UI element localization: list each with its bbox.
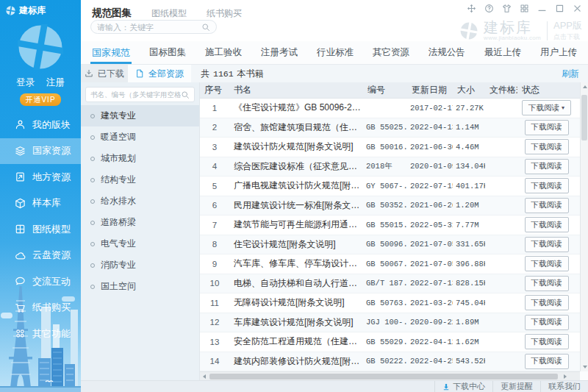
- table-row[interactable]: 12 车库建筑设计规范[附条文说明] JGJ 100-... 2020-09-2…: [200, 313, 580, 333]
- cell-book-name[interactable]: 汽车库、修车库、停车场设计防火规范[附条文说明]: [229, 257, 363, 270]
- cell-book-name[interactable]: 《住宅设计规范》GB 50096-2011局部修订条文及说...: [229, 101, 363, 114]
- table-row[interactable]: 1 《住宅设计规范》GB 50096-2011局部修订条文及说... 2017-…: [200, 99, 580, 118]
- refresh-link[interactable]: 刷新: [562, 68, 579, 80]
- specialty-category-item[interactable]: 给水排水: [81, 190, 199, 212]
- skin-icon[interactable]: [502, 4, 512, 13]
- sidebar-item[interactable]: 我的版块: [0, 112, 81, 138]
- table-row[interactable]: 10 电梯、自动扶梯和自动人行道维修规范 GB/T 187... 2022-07…: [200, 274, 580, 294]
- download-read-button[interactable]: 下载阅读: [525, 295, 569, 310]
- status-bar-link[interactable]: 联系我们: [540, 381, 588, 392]
- table-row[interactable]: 8 住宅设计规范[附条文说明] GB 50096... 2021-07-05 3…: [200, 235, 580, 255]
- download-read-button[interactable]: 下载阅读: [525, 120, 569, 135]
- category-tab[interactable]: 施工验收: [205, 41, 242, 64]
- table-row[interactable]: 7 建筑节能与可再生能源利用通用规范[附条文说明] GB 55015... 20…: [200, 215, 580, 235]
- status-bar-link[interactable]: 下载中心: [434, 381, 492, 392]
- scroll-up-arrow[interactable]: [581, 82, 588, 91]
- cell-book-name[interactable]: 无障碍设计规范[附条文说明]: [229, 296, 363, 309]
- search-icon[interactable]: [181, 90, 190, 99]
- table-row[interactable]: 11 无障碍设计规范[附条文说明] GB 50763... 2021-03-26…: [200, 293, 580, 313]
- download-read-button[interactable]: 下载阅读: [525, 315, 569, 330]
- maximize-icon[interactable]: [555, 4, 564, 13]
- cell-book-name[interactable]: 车库建筑设计规范[附条文说明]: [229, 316, 363, 329]
- filter-search-input[interactable]: [90, 90, 181, 99]
- table-row[interactable]: 3 建筑设计防火规范[附条文说明] GB 50016... 2021-06-30…: [200, 138, 580, 157]
- specialty-category-item[interactable]: 电气专业: [81, 233, 199, 254]
- cell-book-name[interactable]: 安全防范工程通用规范（住建部公开版）: [229, 335, 363, 348]
- download-read-button[interactable]: 下载阅读: [525, 217, 569, 232]
- download-read-button[interactable]: 下载阅读: [525, 256, 569, 271]
- sidebar-item[interactable]: 国家资源: [0, 138, 81, 165]
- module-tab[interactable]: 图纸模型: [151, 7, 187, 20]
- category-tab[interactable]: 最近上传: [484, 41, 521, 64]
- open-vip-button[interactable]: 开通VIP: [20, 93, 61, 106]
- category-tab[interactable]: 注册考试: [261, 41, 298, 64]
- category-tab[interactable]: 法规公告: [429, 41, 465, 64]
- global-search-input[interactable]: [97, 23, 201, 32]
- cell-book-name[interactable]: 电梯、自动扶梯和自动人行道维修规范: [229, 277, 363, 290]
- sidebar-item[interactable]: 图纸模型: [0, 216, 81, 243]
- table-row[interactable]: 2 宿舍、旅馆建筑项目规范（住建部公开版） GB 55025... 2022-0…: [200, 118, 580, 138]
- download-read-button[interactable]: 下载阅读: [525, 237, 569, 252]
- download-read-button[interactable]: 下载阅读 ▾: [522, 100, 571, 115]
- cell-book-name[interactable]: 建筑设计防火规范[附条文说明]: [229, 140, 363, 153]
- global-search-box[interactable]: [90, 20, 217, 34]
- horizontal-scroll-thumb[interactable]: [209, 374, 558, 379]
- download-read-button[interactable]: 下载阅读: [525, 178, 569, 193]
- specialty-category-item[interactable]: 建筑专业: [81, 105, 199, 126]
- table-row[interactable]: 6 民用建筑设计统一标准[附条文说明] GB 50352... 2021-06-…: [200, 196, 580, 216]
- status-bar-link[interactable]: 更新提醒: [492, 381, 540, 392]
- sidebar-item[interactable]: 样本库: [0, 190, 81, 217]
- register-link[interactable]: 注册: [46, 76, 65, 89]
- download-read-button[interactable]: 下载阅读: [525, 334, 569, 349]
- close-icon[interactable]: [573, 4, 582, 13]
- apps-grid-icon[interactable]: [520, 4, 529, 13]
- category-tab[interactable]: 国家规范: [92, 41, 130, 64]
- scroll-right-arrow[interactable]: [561, 372, 570, 380]
- cell-book-name[interactable]: 广播电视建筑设计防火规范[附条文说明]: [229, 179, 363, 192]
- cell-book-name[interactable]: 民用建筑设计统一标准[附条文说明]: [229, 199, 363, 212]
- table-row[interactable]: 4 综合医院建设标准（征求意见稿） 2018年 2020-01-09 134.0…: [200, 157, 580, 177]
- sidebar-item[interactable]: 交流互动: [0, 268, 81, 295]
- horizontal-scrollbar[interactable]: [200, 371, 580, 380]
- cell-book-name[interactable]: 宿舍、旅馆建筑项目规范（住建部公开版）: [229, 121, 363, 134]
- specialty-category-item[interactable]: 国土空间: [81, 276, 199, 297]
- category-tab[interactable]: 行业标准: [317, 41, 354, 64]
- resource-subtab[interactable]: 已下载: [81, 65, 128, 82]
- cell-book-name[interactable]: 建筑节能与可再生能源利用通用规范[附条文说明]: [229, 218, 363, 231]
- table-row[interactable]: 5 广播电视建筑设计防火规范[附条文说明] GY 5067-... 2022-0…: [200, 177, 580, 196]
- vertical-scroll-thumb[interactable]: [581, 95, 587, 140]
- vertical-scrollbar[interactable]: [580, 82, 588, 371]
- table-row[interactable]: 13 安全防范工程通用规范（住建部公开版） GB 55029... 2022-0…: [200, 332, 580, 352]
- sidebar-item[interactable]: 地方资源: [0, 164, 81, 190]
- specialty-category-item[interactable]: 城市规划: [81, 148, 199, 169]
- download-read-button[interactable]: 下载阅读: [525, 276, 569, 291]
- download-read-button[interactable]: 下载阅读: [525, 198, 569, 213]
- login-link[interactable]: 登录: [16, 76, 35, 89]
- resource-subtab[interactable]: 全部资源: [128, 65, 191, 82]
- help-icon[interactable]: [484, 4, 494, 13]
- sidebar-item[interactable]: 其它功能: [0, 321, 81, 347]
- module-tab[interactable]: 规范图集: [92, 7, 132, 20]
- table-row[interactable]: 9 汽车库、修车库、停车场设计防火规范[附条文说明] GB 50067... 2…: [200, 254, 580, 274]
- download-read-button[interactable]: 下载阅读: [525, 159, 569, 174]
- filter-search-box[interactable]: [85, 87, 195, 102]
- category-tab[interactable]: 其它资源: [373, 41, 409, 64]
- cell-book-name[interactable]: 建筑内部装修设计防火规范[附条文说明]: [229, 355, 363, 368]
- category-tab[interactable]: 用户上传: [540, 41, 577, 64]
- download-read-button[interactable]: 下载阅读: [525, 354, 569, 369]
- download-read-button[interactable]: 下载阅读: [525, 139, 569, 154]
- specialty-category-item[interactable]: 结构专业: [81, 169, 199, 190]
- category-tab[interactable]: 国标图集: [149, 41, 186, 64]
- specialty-category-item[interactable]: 道路桥梁: [81, 212, 199, 233]
- sidebar-item[interactable]: 纸书购买: [0, 295, 81, 321]
- scroll-left-arrow[interactable]: [200, 372, 209, 380]
- module-tab[interactable]: 纸书购买: [207, 7, 242, 20]
- cell-book-name[interactable]: 综合医院建设标准（征求意见稿）: [229, 160, 363, 173]
- minimize-icon[interactable]: [537, 4, 547, 13]
- cell-book-name[interactable]: 住宅设计规范[附条文说明]: [229, 238, 363, 251]
- specialty-category-item[interactable]: 暖通空调: [81, 126, 199, 148]
- search-icon[interactable]: [201, 23, 210, 32]
- move-tool-icon[interactable]: [467, 4, 476, 13]
- table-row[interactable]: 14 建筑内部装修设计防火规范[附条文说明] GB 50222... 2022-…: [200, 352, 580, 372]
- scroll-down-arrow[interactable]: [581, 363, 588, 371]
